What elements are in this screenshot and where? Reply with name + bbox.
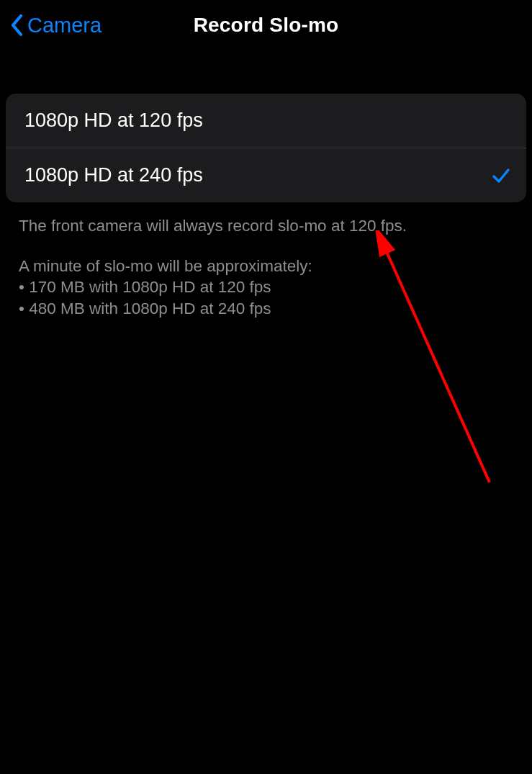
- footer-line: A minute of slo-mo will be approximately…: [19, 256, 513, 277]
- nav-header: Camera Record Slo-mo: [0, 0, 532, 50]
- option-label: 1080p HD at 120 fps: [24, 109, 203, 132]
- option-240fps[interactable]: 1080p HD at 240 fps: [6, 148, 526, 202]
- footer-line: The front camera will always record slo-…: [19, 215, 513, 237]
- footer-bullet: • 170 MB with 1080p HD at 120 fps: [19, 276, 513, 298]
- option-label: 1080p HD at 240 fps: [24, 164, 203, 186]
- options-list: 1080p HD at 120 fps 1080p HD at 240 fps: [6, 94, 526, 202]
- back-button[interactable]: Camera: [10, 14, 102, 37]
- check-icon: [492, 166, 510, 185]
- chevron-left-icon: [10, 14, 23, 36]
- back-label: Camera: [27, 14, 102, 37]
- footer-bullet: • 480 MB with 1080p HD at 240 fps: [19, 298, 513, 320]
- footer-description: The front camera will always record slo-…: [19, 215, 513, 320]
- option-120fps[interactable]: 1080p HD at 120 fps: [6, 94, 526, 148]
